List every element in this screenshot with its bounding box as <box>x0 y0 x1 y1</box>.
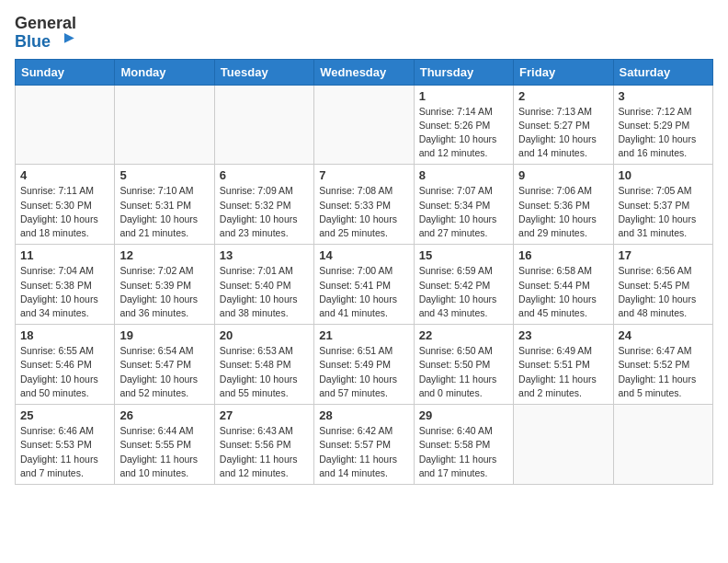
calendar-day-cell <box>613 405 712 485</box>
calendar-week-row: 25Sunrise: 6:46 AM Sunset: 5:53 PM Dayli… <box>16 405 713 485</box>
calendar-day-cell: 29Sunrise: 6:40 AM Sunset: 5:58 PM Dayli… <box>414 405 513 485</box>
day-info: Sunrise: 7:14 AM Sunset: 5:26 PM Dayligh… <box>419 105 508 161</box>
day-number: 11 <box>20 248 109 262</box>
day-number: 27 <box>220 408 309 422</box>
day-info: Sunrise: 6:47 AM Sunset: 5:52 PM Dayligh… <box>619 344 708 400</box>
day-number: 14 <box>319 248 408 262</box>
day-info: Sunrise: 7:12 AM Sunset: 5:29 PM Dayligh… <box>619 105 708 161</box>
calendar-day-cell: 26Sunrise: 6:44 AM Sunset: 5:55 PM Dayli… <box>115 405 214 485</box>
day-info: Sunrise: 7:11 AM Sunset: 5:30 PM Dayligh… <box>20 184 109 240</box>
day-number: 6 <box>220 168 309 182</box>
calendar-day-cell: 14Sunrise: 7:00 AM Sunset: 5:41 PM Dayli… <box>314 245 414 325</box>
calendar-day-cell: 25Sunrise: 6:46 AM Sunset: 5:53 PM Dayli… <box>16 405 115 485</box>
day-number: 3 <box>619 89 708 103</box>
calendar-day-cell <box>314 85 414 165</box>
day-info: Sunrise: 6:58 AM Sunset: 5:44 PM Dayligh… <box>518 264 608 320</box>
calendar-day-cell: 7Sunrise: 7:08 AM Sunset: 5:33 PM Daylig… <box>314 165 414 245</box>
calendar-day-cell: 21Sunrise: 6:51 AM Sunset: 5:49 PM Dayli… <box>314 325 414 405</box>
calendar-day-cell: 13Sunrise: 7:01 AM Sunset: 5:40 PM Dayli… <box>214 245 313 325</box>
day-number: 9 <box>518 168 608 182</box>
day-info: Sunrise: 7:00 AM Sunset: 5:41 PM Dayligh… <box>319 264 408 320</box>
calendar-day-cell: 28Sunrise: 6:42 AM Sunset: 5:57 PM Dayli… <box>314 405 414 485</box>
day-number: 20 <box>220 328 309 342</box>
calendar-day-cell <box>16 85 115 165</box>
calendar-body: 1Sunrise: 7:14 AM Sunset: 5:26 PM Daylig… <box>16 85 713 484</box>
day-number: 8 <box>419 168 508 182</box>
calendar-day-cell: 1Sunrise: 7:14 AM Sunset: 5:26 PM Daylig… <box>414 85 513 165</box>
page-header: General Blue <box>15 15 713 52</box>
calendar-week-row: 11Sunrise: 7:04 AM Sunset: 5:38 PM Dayli… <box>16 245 713 325</box>
calendar-week-row: 18Sunrise: 6:55 AM Sunset: 5:46 PM Dayli… <box>16 325 713 405</box>
day-info: Sunrise: 6:54 AM Sunset: 5:47 PM Dayligh… <box>119 344 209 400</box>
day-info: Sunrise: 6:43 AM Sunset: 5:56 PM Dayligh… <box>220 424 309 480</box>
day-number: 10 <box>619 168 708 182</box>
logo-blue: Blue <box>15 33 76 52</box>
day-info: Sunrise: 7:09 AM Sunset: 5:32 PM Dayligh… <box>220 184 309 240</box>
day-number: 25 <box>20 408 109 422</box>
weekday-header-cell: Tuesday <box>214 59 313 85</box>
calendar-day-cell: 3Sunrise: 7:12 AM Sunset: 5:29 PM Daylig… <box>613 85 712 165</box>
calendar-day-cell: 10Sunrise: 7:05 AM Sunset: 5:37 PM Dayli… <box>613 165 712 245</box>
day-info: Sunrise: 6:53 AM Sunset: 5:48 PM Dayligh… <box>220 344 309 400</box>
calendar-day-cell: 24Sunrise: 6:47 AM Sunset: 5:52 PM Dayli… <box>613 325 712 405</box>
calendar-day-cell <box>115 85 214 165</box>
day-number: 12 <box>119 248 209 262</box>
day-info: Sunrise: 6:46 AM Sunset: 5:53 PM Dayligh… <box>20 424 109 480</box>
weekday-header-row: SundayMondayTuesdayWednesdayThursdayFrid… <box>16 59 713 85</box>
day-number: 22 <box>419 328 508 342</box>
calendar-day-cell: 16Sunrise: 6:58 AM Sunset: 5:44 PM Dayli… <box>514 245 613 325</box>
day-info: Sunrise: 6:50 AM Sunset: 5:50 PM Dayligh… <box>419 344 508 400</box>
calendar-day-cell: 5Sunrise: 7:10 AM Sunset: 5:31 PM Daylig… <box>115 165 214 245</box>
calendar-day-cell: 8Sunrise: 7:07 AM Sunset: 5:34 PM Daylig… <box>414 165 513 245</box>
day-number: 7 <box>319 168 408 182</box>
calendar-day-cell: 9Sunrise: 7:06 AM Sunset: 5:36 PM Daylig… <box>514 165 613 245</box>
calendar-table: SundayMondayTuesdayWednesdayThursdayFrid… <box>15 59 713 485</box>
day-info: Sunrise: 6:42 AM Sunset: 5:57 PM Dayligh… <box>319 424 408 480</box>
calendar-day-cell: 6Sunrise: 7:09 AM Sunset: 5:32 PM Daylig… <box>214 165 313 245</box>
day-number: 13 <box>220 248 309 262</box>
day-number: 15 <box>419 248 508 262</box>
weekday-header-cell: Thursday <box>414 59 513 85</box>
day-info: Sunrise: 7:01 AM Sunset: 5:40 PM Dayligh… <box>220 264 309 320</box>
calendar-day-cell <box>514 405 613 485</box>
calendar-day-cell: 11Sunrise: 7:04 AM Sunset: 5:38 PM Dayli… <box>16 245 115 325</box>
day-info: Sunrise: 7:08 AM Sunset: 5:33 PM Dayligh… <box>319 184 408 240</box>
day-info: Sunrise: 7:05 AM Sunset: 5:37 PM Dayligh… <box>619 184 708 240</box>
calendar-day-cell: 18Sunrise: 6:55 AM Sunset: 5:46 PM Dayli… <box>16 325 115 405</box>
day-number: 23 <box>518 328 608 342</box>
day-info: Sunrise: 7:07 AM Sunset: 5:34 PM Dayligh… <box>419 184 508 240</box>
calendar-week-row: 4Sunrise: 7:11 AM Sunset: 5:30 PM Daylig… <box>16 165 713 245</box>
calendar-day-cell: 20Sunrise: 6:53 AM Sunset: 5:48 PM Dayli… <box>214 325 313 405</box>
day-number: 28 <box>319 408 408 422</box>
weekday-header-cell: Saturday <box>613 59 712 85</box>
day-info: Sunrise: 6:59 AM Sunset: 5:42 PM Dayligh… <box>419 264 508 320</box>
calendar-day-cell: 22Sunrise: 6:50 AM Sunset: 5:50 PM Dayli… <box>414 325 513 405</box>
logo[interactable]: General Blue <box>15 15 76 52</box>
day-info: Sunrise: 6:49 AM Sunset: 5:51 PM Dayligh… <box>518 344 608 400</box>
day-number: 5 <box>119 168 209 182</box>
day-number: 16 <box>518 248 608 262</box>
day-number: 4 <box>20 168 109 182</box>
calendar-day-cell: 23Sunrise: 6:49 AM Sunset: 5:51 PM Dayli… <box>514 325 613 405</box>
calendar-day-cell: 4Sunrise: 7:11 AM Sunset: 5:30 PM Daylig… <box>16 165 115 245</box>
calendar-day-cell: 2Sunrise: 7:13 AM Sunset: 5:27 PM Daylig… <box>514 85 613 165</box>
day-number: 24 <box>619 328 708 342</box>
calendar-week-row: 1Sunrise: 7:14 AM Sunset: 5:26 PM Daylig… <box>16 85 713 165</box>
calendar-day-cell: 15Sunrise: 6:59 AM Sunset: 5:42 PM Dayli… <box>414 245 513 325</box>
day-info: Sunrise: 6:40 AM Sunset: 5:58 PM Dayligh… <box>419 424 508 480</box>
day-number: 19 <box>119 328 209 342</box>
day-info: Sunrise: 6:51 AM Sunset: 5:49 PM Dayligh… <box>319 344 408 400</box>
calendar-day-cell: 17Sunrise: 6:56 AM Sunset: 5:45 PM Dayli… <box>613 245 712 325</box>
day-info: Sunrise: 7:06 AM Sunset: 5:36 PM Dayligh… <box>518 184 608 240</box>
day-info: Sunrise: 7:13 AM Sunset: 5:27 PM Dayligh… <box>518 105 608 161</box>
day-info: Sunrise: 6:56 AM Sunset: 5:45 PM Dayligh… <box>619 264 708 320</box>
calendar-day-cell <box>214 85 313 165</box>
calendar-day-cell: 27Sunrise: 6:43 AM Sunset: 5:56 PM Dayli… <box>214 405 313 485</box>
day-info: Sunrise: 6:44 AM Sunset: 5:55 PM Dayligh… <box>119 424 209 480</box>
weekday-header-cell: Sunday <box>16 59 115 85</box>
day-number: 2 <box>518 89 608 103</box>
day-number: 1 <box>419 89 508 103</box>
weekday-header-cell: Friday <box>514 59 613 85</box>
weekday-header-cell: Wednesday <box>314 59 414 85</box>
calendar-day-cell: 12Sunrise: 7:02 AM Sunset: 5:39 PM Dayli… <box>115 245 214 325</box>
